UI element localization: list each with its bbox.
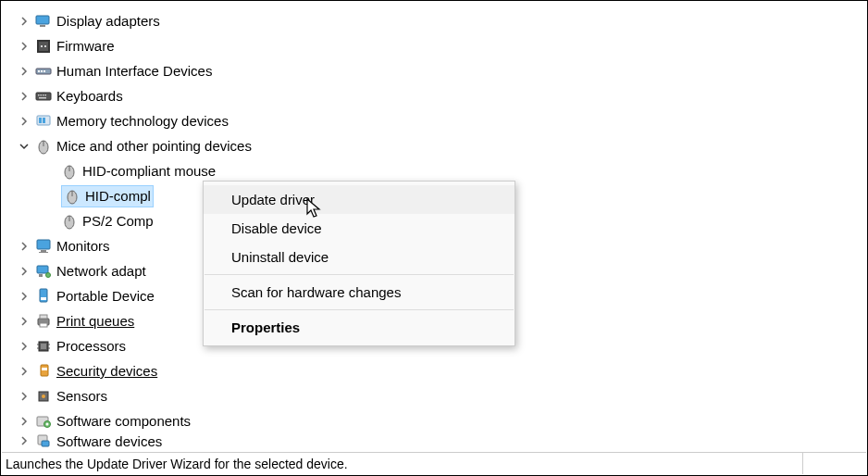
category-label: Human Interface Devices xyxy=(56,63,212,79)
tree-category[interactable]: Mice and other pointing devices xyxy=(18,133,867,158)
expand-toggle[interactable] xyxy=(18,340,31,353)
category-label: Portable Device xyxy=(56,288,155,304)
mouse-icon xyxy=(61,213,78,230)
expand-toggle[interactable] xyxy=(18,434,31,447)
expand-toggle[interactable] xyxy=(18,290,31,303)
category-label: Processors xyxy=(56,338,126,354)
expand-toggle[interactable] xyxy=(18,240,31,253)
status-bar: Launches the Update Driver Wizard for th… xyxy=(2,452,866,474)
memory-icon xyxy=(35,113,52,130)
tree-category[interactable]: Software components xyxy=(18,408,867,433)
cpu-icon xyxy=(35,338,52,355)
network-icon xyxy=(35,263,52,280)
device-label: HID-compliant mouse xyxy=(82,163,216,179)
tree-device[interactable]: HID-compliant mouse xyxy=(43,158,867,183)
category-label: Memory technology devices xyxy=(56,113,229,129)
category-label: Print queues xyxy=(56,313,134,329)
tree-category[interactable]: Security devices xyxy=(18,358,867,383)
menu-separator xyxy=(205,274,514,275)
tree-category[interactable]: Display adapters xyxy=(18,8,867,33)
device-label: HID-compl xyxy=(85,188,151,204)
menu-item[interactable]: Properties xyxy=(204,313,515,342)
status-text: Launches the Update Driver Wizard for th… xyxy=(6,457,348,471)
expand-toggle[interactable] xyxy=(18,15,31,28)
portable-icon xyxy=(35,288,52,305)
software-dev-icon xyxy=(35,433,52,448)
tree-category[interactable]: Keyboards xyxy=(18,83,867,108)
tree-category[interactable]: Firmware xyxy=(18,33,867,58)
expand-toggle[interactable] xyxy=(18,315,31,328)
status-divider xyxy=(802,453,803,474)
category-label: Sensors xyxy=(56,388,107,404)
expand-toggle[interactable] xyxy=(18,365,31,378)
expand-toggle[interactable] xyxy=(18,90,31,103)
tree-category[interactable]: Sensors xyxy=(18,383,867,408)
expand-toggle[interactable] xyxy=(18,65,31,78)
sensor-icon xyxy=(35,388,52,405)
firmware-icon xyxy=(35,38,52,55)
expand-toggle[interactable] xyxy=(18,415,31,428)
expand-toggle[interactable] xyxy=(18,40,31,53)
printer-icon xyxy=(35,313,52,330)
mouse-icon xyxy=(61,163,78,180)
monitor-icon xyxy=(35,238,52,255)
keyboard-icon xyxy=(35,88,52,105)
category-label: Keyboards xyxy=(56,88,123,104)
mouse-icon xyxy=(64,188,81,205)
category-label: Security devices xyxy=(56,363,157,379)
expand-toggle[interactable] xyxy=(18,115,31,128)
menu-item[interactable]: Disable device xyxy=(204,214,515,243)
category-label: Monitors xyxy=(56,238,110,254)
menu-item[interactable]: Uninstall device xyxy=(204,243,515,271)
display-adapter-icon xyxy=(35,13,52,30)
category-label: Mice and other pointing devices xyxy=(56,138,252,154)
menu-item[interactable]: Update driver xyxy=(204,185,515,214)
tree-category[interactable]: Software devices xyxy=(18,433,867,448)
category-label: Display adapters xyxy=(56,13,160,29)
security-icon xyxy=(35,363,52,380)
category-label: Network adapt xyxy=(56,263,146,279)
context-menu: Update driverDisable deviceUninstall dev… xyxy=(203,181,515,346)
category-label: Firmware xyxy=(56,38,115,54)
hid-icon xyxy=(35,63,52,80)
tree-category[interactable]: Human Interface Devices xyxy=(18,58,867,83)
device-label: PS/2 Comp xyxy=(82,213,154,229)
menu-item[interactable]: Scan for hardware changes xyxy=(204,278,515,307)
category-label: Software devices xyxy=(56,433,162,448)
expand-toggle[interactable] xyxy=(18,265,31,278)
software-comp-icon xyxy=(35,413,52,430)
tree-category[interactable]: Memory technology devices xyxy=(18,108,867,133)
menu-separator xyxy=(205,309,514,310)
mouse-icon xyxy=(35,138,52,155)
expand-toggle[interactable] xyxy=(18,390,31,403)
collapse-toggle[interactable] xyxy=(18,140,31,153)
category-label: Software components xyxy=(56,413,191,429)
